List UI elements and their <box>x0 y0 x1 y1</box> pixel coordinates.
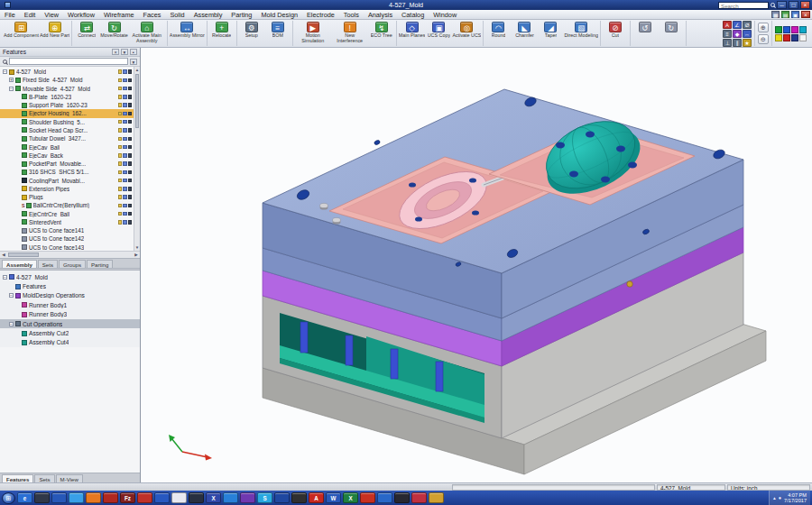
ribbon-activate-main-assembly-button[interactable]: ⌂Activate Main Assembly <box>129 22 165 44</box>
viewport[interactable] <box>141 48 812 482</box>
close-document-button[interactable]: × <box>801 11 810 18</box>
lock-icon[interactable] <box>128 95 133 99</box>
ribbon-bom-button[interactable]: ≡BOM <box>265 22 291 39</box>
angle-dimension-icon[interactable]: ∠ <box>733 21 742 29</box>
taskbar-app-icon-22[interactable] <box>377 492 392 503</box>
expand-plus-icon[interactable]: + <box>9 78 14 82</box>
ribbon-cut-button[interactable]: ⊘Cut <box>603 22 628 39</box>
palette-color-7[interactable] <box>791 34 798 41</box>
expand-minus-icon[interactable]: − <box>9 293 14 298</box>
notes-icon[interactable]: ≡ <box>723 30 732 38</box>
ribbon-eco-tree-button[interactable]: ↯ECO Tree <box>369 22 394 39</box>
tree-item-ucs-to-cone-face142[interactable]: UCS to Cone face142 <box>0 234 134 243</box>
perpendicular-icon[interactable]: ⊥ <box>723 39 732 47</box>
tree-item-runner-body3[interactable]: Runner Body3 <box>0 310 140 319</box>
taskbar-filezilla-icon-7[interactable]: Fz <box>120 492 135 503</box>
tree-item-ballcntrcre-beryllium[interactable]: SBallCntrCre(Beryllium) <box>0 201 134 209</box>
layer-manager-icon[interactable]: ▦ <box>771 11 780 18</box>
tree-item-sinteredvent[interactable]: SinteredVent <box>0 218 134 226</box>
visibility-icon[interactable] <box>118 187 123 191</box>
tree-item-ejector-housing-162[interactable]: Ejector Housing_162... <box>0 109 134 117</box>
start-button[interactable]: ⊞ <box>2 492 15 504</box>
visibility-icon[interactable] <box>118 87 123 91</box>
tree-item-plugs[interactable]: Plugs <box>0 193 134 201</box>
expand-minus-icon[interactable]: − <box>3 275 7 280</box>
scroll-thumb[interactable] <box>135 74 139 128</box>
lock-icon[interactable] <box>128 137 133 142</box>
visibility-icon[interactable] <box>118 161 123 166</box>
visibility-icon[interactable] <box>118 153 123 158</box>
tree-item-4-527-mold[interactable]: −4-527_Mold <box>0 272 140 281</box>
lock-icon[interactable] <box>128 179 133 183</box>
menu-wireframe[interactable]: Wireframe <box>99 11 139 19</box>
scroll-down-icon[interactable]: ▼ <box>134 244 140 251</box>
visibility-icon[interactable] <box>118 137 123 142</box>
taskbar-app-icon-2[interactable] <box>34 492 50 503</box>
features-tree-vscrollbar[interactable]: ▲ ▼ <box>134 67 140 251</box>
scroll-right-icon[interactable]: ▶ <box>133 252 140 257</box>
layer-icon[interactable] <box>123 120 127 124</box>
menu-analysis[interactable]: Analysis <box>364 11 397 19</box>
layer-icon[interactable] <box>123 195 127 199</box>
layer-icon[interactable] <box>123 69 127 74</box>
menu-view[interactable]: View <box>40 11 63 19</box>
taskbar-skype-icon-15[interactable]: S <box>257 492 272 503</box>
taskbar-app-icon-8[interactable] <box>137 492 152 503</box>
tree-item-support-plate-1620-23[interactable]: Support Plate_1620-23 <box>0 101 134 109</box>
palette-color-3[interactable] <box>791 26 798 33</box>
menu-solid[interactable]: Solid <box>165 11 189 19</box>
tree-item-molddesign-operations[interactable]: −MoldDesign Operations <box>0 291 140 300</box>
ribbon-tool-button[interactable]: ↻ <box>659 22 684 33</box>
layer-icon[interactable] <box>123 204 127 208</box>
tree-item-cut-operations[interactable]: −Cut Operations <box>0 319 140 328</box>
visibility-icon[interactable] <box>118 212 123 216</box>
tree-item-b-plate-1620-23[interactable]: B-Plate_1620-23 <box>0 93 134 101</box>
ribbon-tool-button[interactable]: ↺ <box>632 22 658 33</box>
tree-item-coolingpart-movabl[interactable]: CoolingPart_Movabl... <box>0 176 134 184</box>
taskbar-clock[interactable]: 4:07 PM 7/17/2017 <box>784 492 807 504</box>
layer-icon[interactable] <box>123 187 127 191</box>
tree-item-ucs-to-cone-face141[interactable]: UCS to Cone face141 <box>0 226 134 234</box>
lock-icon[interactable] <box>128 120 133 124</box>
palette-color-4[interactable] <box>799 26 807 33</box>
lock-icon[interactable] <box>128 145 133 150</box>
tree-item-extension-pipes[interactable]: Extension Pipes <box>0 185 134 193</box>
tree-item-runner-body1[interactable]: Runner Body1 <box>0 300 140 309</box>
expand-minus-icon[interactable]: − <box>9 322 14 326</box>
taskbar-app-icon-16[interactable] <box>274 492 290 503</box>
lock-icon[interactable] <box>128 153 133 158</box>
ribbon-add-component-button[interactable]: ⊞Add Component <box>4 22 39 39</box>
tree-item-tubular-dowel-3427[interactable]: Tubular Dowel_3427... <box>0 134 134 142</box>
tab-m-view[interactable]: M-View <box>56 474 83 482</box>
layer-icon[interactable] <box>123 220 127 225</box>
lock-icon[interactable] <box>128 220 133 225</box>
layer-icon[interactable] <box>123 145 127 150</box>
titlebar-search-input[interactable]: Search <box>718 2 769 9</box>
taskbar-app-icon-17[interactable] <box>291 492 307 503</box>
tree-item-assembly-cut4[interactable]: Assembly Cut4 <box>0 338 140 347</box>
diameter-dimension-icon[interactable]: Ø <box>743 21 752 29</box>
layer-icon[interactable] <box>123 103 127 107</box>
text-tool-icon[interactable]: A <box>723 21 732 29</box>
taskbar-app-icon-23[interactable] <box>394 492 410 503</box>
tab-features[interactable]: Features <box>2 474 33 482</box>
features-search-input[interactable] <box>9 58 128 65</box>
palette-color-5[interactable] <box>775 34 782 41</box>
filter-button[interactable]: ▾ <box>130 59 137 65</box>
tray-icon-1[interactable]: ▴ <box>773 495 776 500</box>
lock-icon[interactable] <box>128 170 133 175</box>
layer-icon[interactable] <box>123 78 127 83</box>
lock-icon[interactable] <box>128 161 133 166</box>
ribbon-relocate-button[interactable]: +Relocate <box>209 22 235 39</box>
palette-color-2[interactable] <box>783 26 790 33</box>
tree-item-assembly-cut2[interactable]: Assembly Cut2 <box>0 328 140 337</box>
tree-item-pocketpart-movable[interactable]: PocketPart_Movable... <box>0 160 134 168</box>
visibility-icon[interactable] <box>118 204 123 208</box>
lock-icon[interactable] <box>128 212 133 216</box>
ribbon-round-button[interactable]: ◠Round <box>485 22 511 39</box>
taskbar-app-icon-10[interactable] <box>171 492 187 503</box>
lock-icon[interactable] <box>128 78 133 83</box>
ribbon-move-rotate-button[interactable]: ↻Move/Rotate <box>100 22 128 39</box>
visibility-icon[interactable] <box>118 69 123 74</box>
ribbon-direct-modeling-button[interactable]: ▧Direct Modeling <box>564 22 597 39</box>
